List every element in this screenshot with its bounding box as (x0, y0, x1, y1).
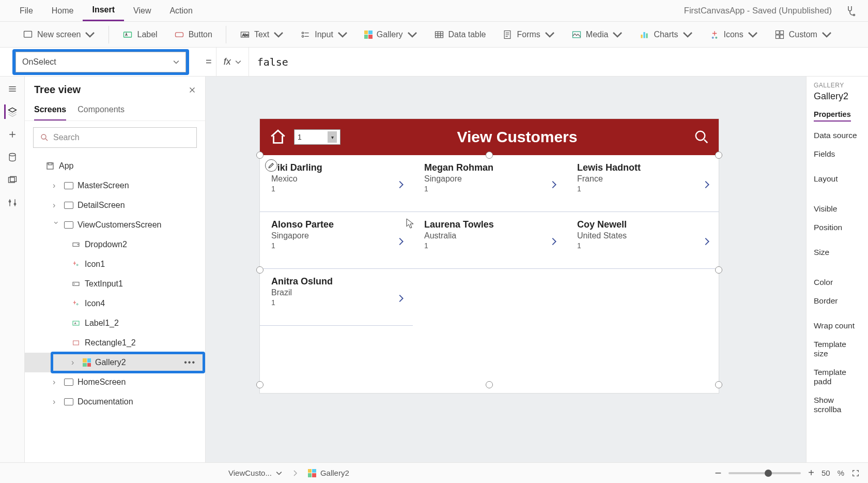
home-icon[interactable] (269, 128, 287, 146)
label-control-icon (71, 319, 81, 327)
breadcrumb-screen[interactable]: ViewCusto... (219, 469, 287, 477)
gallery-item[interactable]: Megan RohmanSingapore1 (413, 155, 566, 212)
property-selector-highlight: OnSelect (12, 49, 189, 75)
tree-node-screen[interactable]: ›HomeScreen (25, 372, 205, 392)
rail-media-icon[interactable] (5, 173, 20, 187)
tree-node-screen[interactable]: ›MasterScreen (25, 176, 205, 195)
gallery-item[interactable]: Alonso ParteeSingapore1 (260, 212, 413, 269)
chevron-right-icon[interactable] (701, 236, 712, 247)
rail-insert-icon[interactable] (5, 127, 20, 142)
custom-dropdown[interactable]: Custom (767, 23, 839, 46)
gallery-item[interactable]: Lewis HadnottFrance1 (566, 155, 719, 212)
rail-hamburger-icon[interactable] (5, 82, 20, 96)
breadcrumb-control[interactable]: Gallery2 (303, 469, 354, 477)
gallery-item[interactable]: Laurena TowlesAustralia1 (413, 212, 566, 269)
tab-properties[interactable]: Properties (814, 108, 851, 122)
prop-row[interactable]: Template padd (814, 358, 861, 386)
svg-rect-2 (124, 32, 132, 37)
rail-advanced-icon[interactable] (5, 195, 20, 210)
media-dropdown[interactable]: Media (564, 23, 630, 46)
prop-row[interactable]: Visible (814, 184, 861, 214)
zoom-in-button[interactable]: + (808, 467, 814, 479)
tree-node-app[interactable]: App (25, 156, 205, 176)
data-table-button[interactable]: Data table (427, 23, 493, 46)
canvas-area[interactable]: 1 ▾ View Customers Viki DarlingMexico1 M… (206, 77, 806, 462)
zoom-slider[interactable] (729, 472, 801, 474)
icon-control-icon (71, 299, 81, 308)
gallery-dropdown[interactable]: Gallery (357, 23, 425, 46)
gallery2-control[interactable]: Viki DarlingMexico1 Megan RohmanSingapor… (260, 155, 719, 383)
chevron-right-icon[interactable] (395, 293, 407, 304)
menu-action[interactable]: Action (160, 1, 202, 21)
svg-point-34 (696, 131, 705, 141)
prop-row[interactable]: Position (814, 214, 861, 232)
tree-label: MasterScreen (78, 181, 129, 190)
button-button[interactable]: Button (167, 23, 220, 46)
svg-point-29 (76, 264, 78, 266)
label-button[interactable]: Label (115, 23, 164, 46)
tab-components[interactable]: Components (78, 100, 125, 120)
button-text: Button (189, 30, 212, 39)
app-icon (45, 161, 55, 171)
prop-row[interactable]: Template size (814, 330, 861, 358)
new-screen-button[interactable]: New screen (16, 23, 102, 46)
fx-button[interactable]: fx (216, 48, 249, 76)
customer-rank: 1 (577, 242, 697, 250)
customer-name: Viki Darling (271, 162, 391, 173)
tab-screens[interactable]: Screens (34, 100, 66, 120)
edit-template-icon[interactable] (265, 159, 277, 172)
app-checker-icon[interactable] (842, 3, 858, 19)
tree-node-gallery2-selected[interactable]: › Gallery2 ••• (25, 353, 205, 372)
icons-dropdown[interactable]: Icons (702, 23, 765, 46)
charts-dropdown[interactable]: Charts (632, 23, 700, 46)
screen-icon (64, 182, 73, 189)
tree-node-control[interactable]: TextInput1 (25, 274, 205, 294)
tree-node-control[interactable]: Icon4 (25, 294, 205, 313)
chevron-right-icon[interactable] (395, 236, 407, 247)
input-dropdown[interactable]: Input (293, 23, 355, 46)
search-icon[interactable] (694, 129, 709, 145)
tree-node-control[interactable]: Rectangle1_2 (25, 333, 205, 353)
tree-node-screen-expanded[interactable]: ›ViewCustomersScreen (25, 215, 205, 235)
rail-tree-view-icon[interactable] (4, 104, 19, 119)
menu-view[interactable]: View (124, 1, 160, 21)
chevron-right-icon[interactable] (548, 179, 560, 190)
prop-row[interactable]: Layout (814, 159, 861, 184)
zoom-out-button[interactable]: − (715, 466, 721, 480)
prop-row[interactable]: Border (814, 287, 861, 306)
tree-label: Icon4 (85, 299, 105, 308)
menu-insert[interactable]: Insert (83, 1, 124, 21)
text-dropdown[interactable]: Abc Text (233, 23, 291, 46)
tree-node-screen[interactable]: ›Documentation (25, 392, 205, 412)
menu-file[interactable]: File (10, 1, 42, 21)
breadcrumb-bar: ViewCusto... Gallery2 − + 50 % (0, 462, 868, 483)
gallery-item[interactable]: Viki DarlingMexico1 (260, 155, 413, 212)
prop-row[interactable]: Fields (814, 140, 861, 159)
tree-node-control[interactable]: Icon1 (25, 254, 205, 274)
prop-row[interactable]: Size (814, 232, 861, 257)
header-dropdown[interactable]: 1 ▾ (294, 129, 340, 145)
menu-home[interactable]: Home (42, 1, 83, 21)
chevron-right-icon[interactable] (701, 179, 712, 190)
more-options-icon[interactable]: ••• (184, 358, 196, 367)
formula-input[interactable]: false (249, 48, 868, 76)
property-selector[interactable]: OnSelect (16, 52, 186, 72)
tree-node-control[interactable]: Label1_2 (25, 313, 205, 333)
tree-node-control[interactable]: Dropdown2 (25, 235, 205, 254)
chevron-right-icon[interactable] (395, 179, 407, 190)
tree-label: TextInput1 (85, 279, 123, 289)
gallery-item[interactable]: Coy NewellUnited States1 (566, 212, 719, 269)
prop-row[interactable]: Color (814, 257, 861, 287)
fit-to-screen-icon[interactable] (851, 469, 860, 477)
customer-name: Alonso Partee (271, 219, 391, 230)
rail-data-icon[interactable] (5, 150, 20, 164)
prop-row[interactable]: Data source (814, 122, 861, 140)
close-icon[interactable] (188, 85, 197, 95)
gallery-item[interactable]: Anitra OslundBrazil1 (260, 269, 413, 326)
chevron-right-icon[interactable] (548, 236, 560, 247)
tree-search-input[interactable]: Search (33, 127, 197, 148)
tree-node-screen[interactable]: ›DetailScreen (25, 195, 205, 215)
prop-row[interactable]: Wrap count (814, 306, 861, 330)
forms-dropdown[interactable]: Forms (495, 23, 562, 46)
prop-row[interactable]: Show scrollba (814, 386, 861, 414)
